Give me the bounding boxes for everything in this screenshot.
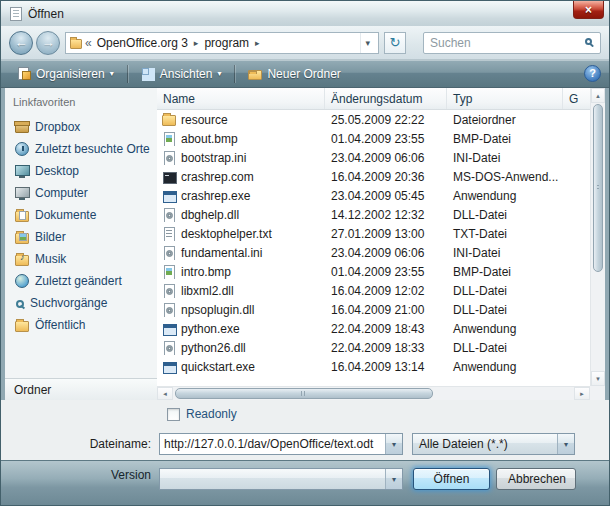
file-name: crashrep.exe [181, 189, 250, 203]
column-header-name[interactable]: Name [157, 88, 325, 109]
version-dropdown-arrow-icon[interactable]: ▾ [385, 469, 402, 489]
file-date: 01.04.2009 23:55 [325, 265, 447, 279]
sidebar-item-pictures[interactable]: Bilder [5, 226, 157, 248]
forward-button[interactable]: → [36, 31, 60, 55]
file-date: 16.04.2009 13:14 [325, 360, 447, 374]
table-row[interactable]: crashrep.com16.04.2009 20:36MS-DOS-Anwen… [157, 167, 590, 186]
filetype-dropdown-arrow-icon[interactable]: ▾ [557, 434, 574, 454]
dll-file-icon [162, 284, 176, 298]
table-row[interactable]: fundamental.ini23.04.2009 06:06INI-Datei [157, 243, 590, 262]
help-button[interactable]: ? [584, 65, 601, 82]
views-button[interactable]: Ansichten ▾ [133, 63, 230, 85]
readonly-checkbox[interactable] [167, 408, 180, 421]
column-header-type[interactable]: Typ [447, 88, 563, 109]
desktop-icon [15, 164, 29, 178]
horizontal-scrollbar[interactable]: ◄ ► [157, 386, 590, 400]
cancel-button[interactable]: Abbrechen [496, 468, 576, 490]
breadcrumb-separator-icon[interactable]: ▸ [254, 38, 261, 48]
horizontal-scroll-thumb[interactable] [175, 388, 433, 399]
refresh-button[interactable]: ↻ [384, 32, 406, 54]
file-name: intro.bmp [181, 265, 231, 279]
sidebar-item-changed[interactable]: Zuletzt geändert [5, 270, 157, 292]
vertical-scrollbar[interactable]: ▲ ▼ [590, 88, 605, 386]
breadcrumb-separator-icon[interactable]: ▸ [193, 38, 200, 48]
table-row[interactable]: libxml2.dll16.04.2009 12:02DLL-Datei [157, 281, 590, 300]
column-header-date[interactable]: Änderungsdatum [325, 88, 447, 109]
table-row[interactable]: bootstrap.ini23.04.2009 06:06INI-Datei [157, 148, 590, 167]
filename-dropdown-arrow-icon[interactable]: ▾ [385, 434, 402, 454]
filename-label: Dateiname: [1, 437, 159, 451]
scroll-right-arrow-icon[interactable]: ► [574, 387, 590, 400]
changed-icon [15, 274, 29, 288]
sidebar-item-recent[interactable]: Zuletzt besuchte Orte [5, 138, 157, 160]
sidebar-item-label: Suchvorgänge [30, 296, 107, 310]
file-name: about.bmp [181, 132, 238, 146]
sidebar-item-music[interactable]: Musik [5, 248, 157, 270]
pictures-icon [15, 233, 29, 244]
sidebar-item-label: Computer [35, 186, 88, 200]
scroll-up-arrow-icon[interactable]: ▲ [591, 88, 605, 103]
vertical-scroll-thumb[interactable] [593, 104, 603, 272]
table-row[interactable]: python.exe22.04.2009 18:43Anwendung [157, 319, 590, 338]
table-row[interactable]: npsoplugin.dll16.04.2009 21:00DLL-Datei [157, 300, 590, 319]
organize-label: Organisieren [36, 67, 105, 81]
sidebar-item-computer[interactable]: Computer [5, 182, 157, 204]
breadcrumb[interactable]: « OpenOffice.org 3 ▸ program ▸ ▾ [65, 32, 379, 54]
table-row[interactable]: quickstart.exe16.04.2009 13:14Anwendung [157, 357, 590, 376]
table-row[interactable]: resource25.05.2009 22:22Dateiordner [157, 110, 590, 129]
filetype-dropdown[interactable]: Alle Dateien (*.*) ▾ [412, 433, 575, 455]
file-name: crashrep.com [181, 170, 254, 184]
table-row[interactable]: intro.bmp01.04.2009 23:55BMP-Datei [157, 262, 590, 281]
new-folder-button[interactable]: Neuer Ordner [240, 63, 348, 85]
sidebar-item-searches[interactable]: Suchvorgänge [5, 292, 157, 314]
close-icon: × [585, 3, 592, 17]
forward-arrow-icon: → [42, 35, 55, 50]
file-type: INI-Datei [447, 246, 563, 260]
version-dropdown[interactable]: ▾ [159, 468, 403, 490]
breadcrumb-item-program[interactable]: program [202, 35, 251, 51]
toolbar-separator [234, 65, 235, 83]
sidebar-item-label: Zuletzt besuchte Orte [35, 142, 150, 156]
sidebar-items: DropboxZuletzt besuchte OrteDesktopCompu… [5, 116, 157, 336]
sidebar-item-public[interactable]: Öffentlich [5, 314, 157, 336]
table-row[interactable]: dbghelp.dll14.12.2002 12:32DLL-Datei [157, 205, 590, 224]
table-row[interactable]: about.bmp01.04.2009 23:55BMP-Datei [157, 129, 590, 148]
breadcrumb-overflow-chevron[interactable]: « [85, 36, 92, 50]
organize-button[interactable]: Organisieren ▾ [9, 63, 122, 85]
views-icon [141, 67, 155, 80]
address-history-dropdown[interactable]: ▾ [360, 33, 374, 53]
close-button[interactable]: × [573, 1, 604, 19]
dll-file-icon [162, 208, 176, 222]
table-row[interactable]: desktophelper.txt27.01.2009 13:00TXT-Dat… [157, 224, 590, 243]
file-type: MS-DOS-Anwend... [447, 170, 563, 184]
documents-icon [15, 211, 29, 222]
filename-input[interactable] [160, 434, 385, 454]
table-row[interactable]: crashrep.exe23.04.2009 05:45Anwendung [157, 186, 590, 205]
search-input[interactable] [430, 36, 581, 50]
dll-file-icon [162, 303, 176, 317]
filename-row: Dateiname: ▾ Alle Dateien (*.*) ▾ [1, 433, 601, 455]
help-icon: ? [589, 67, 596, 79]
file-type: Dateiordner [447, 113, 563, 127]
file-type: DLL-Datei [447, 303, 563, 317]
scroll-left-arrow-icon[interactable]: ◄ [157, 387, 173, 400]
file-date: 01.04.2009 23:55 [325, 132, 447, 146]
file-name: libxml2.dll [181, 284, 234, 298]
sidebar-item-label: Dropbox [35, 120, 80, 134]
sidebar-item-desktop[interactable]: Desktop [5, 160, 157, 182]
sidebar-item-dropbox[interactable]: Dropbox [5, 116, 157, 138]
sidebar: Linkfavoriten DropboxZuletzt besuchte Or… [5, 88, 157, 400]
sidebar-item-documents[interactable]: Dokumente [5, 204, 157, 226]
open-button[interactable]: Öffnen [413, 468, 490, 490]
breadcrumb-item-openoffice[interactable]: OpenOffice.org 3 [95, 35, 190, 51]
table-row[interactable]: python26.dll22.04.2009 18:33DLL-Datei [157, 338, 590, 357]
column-header-size[interactable]: G [563, 88, 590, 109]
scroll-down-arrow-icon[interactable]: ▼ [591, 371, 605, 386]
sidebar-folders-bar[interactable]: Ordner [5, 378, 157, 400]
file-date: 23.04.2009 06:06 [325, 246, 447, 260]
file-name: quickstart.exe [181, 360, 255, 374]
ini-file-icon [162, 246, 176, 260]
back-button[interactable]: ← [9, 31, 33, 55]
dropbox-icon [15, 124, 29, 133]
sidebar-item-label: Bilder [35, 230, 66, 244]
